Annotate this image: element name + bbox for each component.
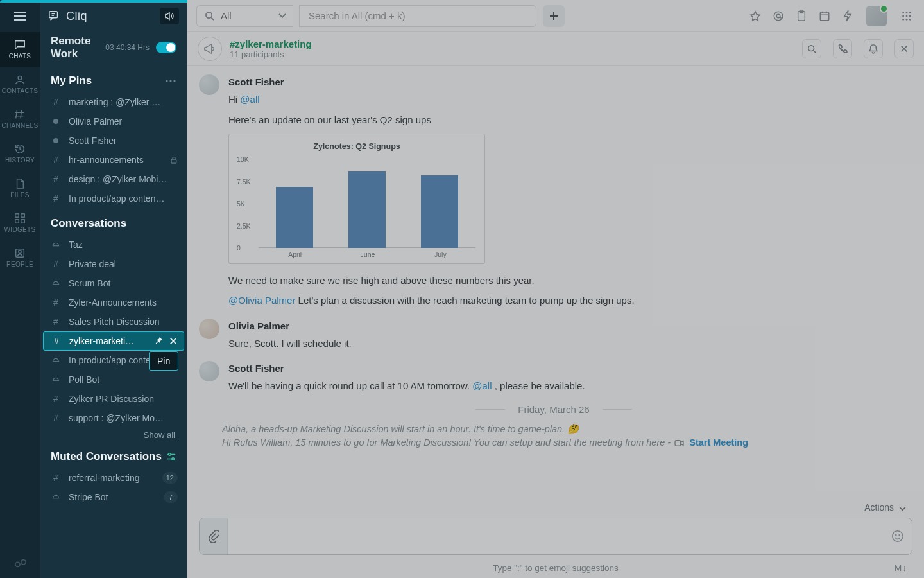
conversation-item[interactable]: Taz [40, 235, 187, 254]
star-button[interactable] [747, 8, 764, 24]
channel-participants: 11 participants [230, 49, 312, 59]
conversation-item-selected[interactable]: # zylker-marketi… [43, 331, 184, 351]
pin-button[interactable] [154, 337, 163, 346]
attach-button[interactable] [200, 518, 228, 554]
conversation-label: Poll Bot [69, 374, 178, 385]
svg-point-45 [909, 12, 911, 13]
at-icon [773, 10, 784, 22]
svg-point-35 [776, 14, 780, 17]
muted-item[interactable]: Stripe Bot 7 [40, 487, 187, 507]
channel-call-button[interactable] [833, 39, 852, 58]
conversation-item[interactable]: # Zyler-Announcements [40, 293, 187, 312]
calendar-button[interactable] [816, 8, 833, 24]
chart-ytick: 2.5K [237, 220, 251, 231]
unread-badge: 7 [164, 491, 178, 503]
sidebar: Cliq Remote Work 03:40:34 Hrs My Pins # … [40, 0, 187, 578]
remote-work-toggle[interactable] [156, 42, 176, 53]
nav-label: FILES [10, 191, 29, 198]
message-text: Hi @all [228, 92, 909, 107]
conversation-item[interactable]: # Zylker PR Discussion [40, 389, 187, 408]
channel-close-button[interactable] [894, 39, 914, 58]
zap-button[interactable] [839, 8, 856, 24]
conversation-item[interactable]: # Private deal [40, 254, 187, 274]
close-button[interactable] [169, 337, 177, 345]
topbar: All Search in All (cmd + k) [187, 0, 924, 32]
channel-notify-button[interactable] [864, 39, 883, 58]
conversation-item[interactable]: # Sales Pitch Discussion [40, 312, 187, 331]
show-all-link[interactable]: Show all [40, 428, 187, 441]
conversation-item[interactable]: # support : @Zylker Mo… [40, 408, 187, 428]
video-icon [674, 439, 684, 447]
pin-item[interactable]: # marketing : @Zylker … [40, 92, 187, 112]
svg-marker-57 [681, 441, 683, 445]
user-avatar[interactable] [866, 6, 887, 26]
search-input[interactable]: Search in All (cmd + k) [299, 5, 536, 27]
theme-toggle-button[interactable] [0, 557, 40, 569]
main-area: All Search in All (cmd + k) #zylker-mark… [187, 0, 924, 578]
pin-item[interactable]: Scott Fisher [40, 131, 187, 150]
nav-history[interactable]: HISTORY [0, 136, 40, 171]
nav-channels[interactable]: CHANNELS [0, 101, 40, 136]
nav-files[interactable]: FILES [0, 171, 40, 206]
pin-label: Olivia Palmer [69, 116, 178, 127]
message: Scott Fisher We'll be having a quick rou… [199, 361, 909, 394]
chart-plot: 02.5K5K7.5K10KAprilJuneJuly [259, 157, 475, 259]
search-placeholder: Search in All (cmd + k) [309, 10, 405, 21]
chart-ytick: 7.5K [237, 176, 251, 186]
new-button[interactable] [543, 5, 565, 27]
conversation-label: support : @Zylker Mo… [69, 413, 178, 423]
conversation-item[interactable]: Scrum Bot [40, 274, 187, 293]
mentions-button[interactable] [770, 8, 787, 24]
pin-label: In product/app conten… [69, 193, 178, 204]
pins-more-button[interactable] [165, 79, 176, 83]
svg-rect-9 [21, 214, 24, 217]
emoji-button[interactable] [884, 518, 912, 554]
reminders-button[interactable] [793, 8, 810, 24]
chart-ytick: 10K [237, 154, 249, 164]
theme-icon [13, 557, 28, 569]
nav-widgets[interactable]: WIDGETS [0, 206, 40, 240]
svg-point-15 [21, 560, 25, 565]
avatar [199, 74, 219, 95]
bell-icon [869, 44, 878, 54]
nav-people[interactable]: PEOPLE [0, 240, 40, 275]
mention[interactable]: @all [472, 380, 492, 391]
hash-icon: # [51, 193, 61, 204]
composer-actions[interactable]: Actions [187, 500, 924, 514]
search-scope-select[interactable]: All [196, 5, 293, 27]
search-icon [807, 44, 816, 53]
chevron-down-icon [278, 13, 286, 19]
muted-item[interactable]: # referral-marketing 12 [40, 468, 187, 487]
search-icon [205, 11, 214, 21]
pin-item[interactable]: Olivia Palmer [40, 112, 187, 131]
muted-settings-button[interactable] [166, 452, 176, 461]
nav-label: CONTACTS [2, 87, 38, 94]
close-icon [900, 45, 908, 53]
hint-text: Type ":" to get emoji suggestions [493, 563, 619, 573]
conversation-label: Zyler-Announcements [69, 297, 178, 308]
mention[interactable]: @Olivia Palmer [228, 295, 295, 306]
pin-item[interactable]: # hr-announcements [40, 150, 187, 170]
nav-chats[interactable]: CHATS [0, 32, 40, 67]
pin-tooltip: Pin [149, 351, 178, 371]
contacts-icon [13, 74, 26, 85]
chart-ytick: 5K [237, 198, 245, 209]
channel-name[interactable]: #zylker-marketing [230, 39, 312, 49]
apps-grid-button[interactable] [898, 8, 915, 24]
mention[interactable]: @all [240, 94, 259, 105]
phone-icon [838, 44, 848, 53]
app-name: Cliq [66, 10, 87, 23]
hamburger-menu-button[interactable] [0, 0, 40, 32]
svg-rect-10 [15, 220, 19, 223]
pin-item[interactable]: # In product/app conten… [40, 189, 187, 208]
start-meeting-link[interactable]: Start Meeting [689, 437, 748, 448]
svg-point-60 [899, 535, 900, 536]
pin-item[interactable]: # design : @Zylker Mobi… [40, 170, 187, 189]
speaker-button[interactable] [160, 8, 179, 24]
nav-contacts[interactable]: CONTACTS [0, 67, 40, 101]
channel-search-button[interactable] [802, 39, 821, 58]
svg-point-14 [15, 562, 19, 566]
chart-bar [276, 187, 313, 248]
composer-input[interactable] [228, 518, 884, 554]
conversation-item[interactable]: Poll Bot [40, 370, 187, 389]
